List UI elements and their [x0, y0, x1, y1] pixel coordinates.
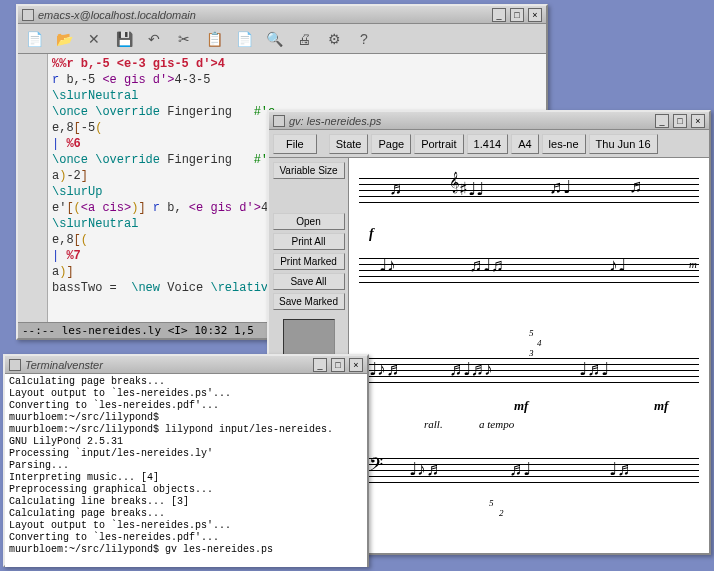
notes-icon: ♩♪ — [379, 254, 396, 276]
terminal-line: muurbloem:~/src/lilypond$ lilypond input… — [9, 424, 363, 436]
kill-buffer-icon[interactable]: ✕ — [84, 29, 104, 49]
terminal-line: Processing `input/les-nereides.ly' — [9, 448, 363, 460]
code-line: %%r b,-5 <e-3 gis-5 d'>4 — [52, 56, 544, 72]
terminal-line: Calculating page breaks... — [9, 508, 363, 520]
new-file-icon[interactable]: 📄 — [24, 29, 44, 49]
terminal-line: GNU LilyPond 2.5.31 — [9, 436, 363, 448]
minimize-button[interactable]: _ — [313, 358, 327, 372]
terminal-line: Parsing... — [9, 460, 363, 472]
notes-icon: ♬♩♬♪ — [449, 358, 493, 380]
notes-icon: ♬♩ — [549, 176, 571, 198]
page-thumbnail[interactable] — [283, 319, 335, 355]
maximize-button[interactable]: □ — [331, 358, 345, 372]
paper-button[interactable]: A4 — [511, 134, 538, 154]
notes-icon: ♪♩ — [609, 254, 626, 276]
state-button[interactable]: State — [329, 134, 369, 154]
notes-icon: ♬ — [389, 178, 403, 199]
gv-titlebar[interactable]: gv: les-nereides.ps _ □ × — [269, 112, 709, 130]
preferences-icon[interactable]: ⚙ — [324, 29, 344, 49]
open-file-icon[interactable]: 📂 — [54, 29, 74, 49]
terminal-output[interactable]: Calculating page breaks...Layout output … — [5, 374, 367, 567]
help-icon[interactable]: ? — [354, 29, 374, 49]
gv-toolbar: File State Page Portrait 1.414 A4 les-ne… — [269, 130, 709, 158]
close-button[interactable]: × — [528, 8, 542, 22]
window-menu-icon[interactable] — [22, 9, 34, 21]
notes-icon: ♬ — [629, 176, 643, 197]
dynamic-mf: mf — [654, 398, 668, 414]
fingering-2: 2 — [499, 508, 504, 518]
close-button[interactable]: × — [691, 114, 705, 128]
file-menu-button[interactable]: File — [273, 134, 317, 154]
fingering-4: 4 — [537, 338, 542, 348]
maximize-button[interactable]: □ — [510, 8, 524, 22]
copy-icon[interactable]: 📋 — [204, 29, 224, 49]
music-score: ♬ 𝄞 ♯♩♩ ♬♩ ♬ f ♩♪ ♬♩♬ ♪♩ m — [349, 158, 709, 553]
notes-icon: ♩♬ — [609, 458, 631, 480]
tempo-atempo: a tempo — [479, 418, 514, 430]
terminal-window: Terminalvenster _ □ × Calculating page b… — [3, 354, 369, 567]
notes-icon: ♩♬♩ — [579, 358, 609, 380]
code-line: r b,-5 <e gis d'>4-3-5 — [52, 72, 544, 88]
terminal-line: Converting to `les-nereides.pdf'... — [9, 532, 363, 544]
dynamic-f: f — [369, 226, 374, 242]
cut-icon[interactable]: ✂ — [174, 29, 194, 49]
print-marked-button[interactable]: Print Marked — [273, 253, 345, 270]
fingering-5: 5 — [529, 328, 534, 338]
paste-icon[interactable]: 📄 — [234, 29, 254, 49]
terminal-title: Terminalvenster — [25, 359, 309, 371]
gv-title: gv: les-nereides.ps — [289, 115, 651, 127]
variable-size-button[interactable]: Variable Size — [273, 162, 345, 179]
zoom-button[interactable]: 1.414 — [467, 134, 509, 154]
page-button[interactable]: Page — [371, 134, 411, 154]
orientation-button[interactable]: Portrait — [414, 134, 463, 154]
terminal-line: Converting to `les-nereides.pdf'... — [9, 400, 363, 412]
emacs-titlebar[interactable]: emacs-x@localhost.localdomain _ □ × — [18, 6, 546, 24]
terminal-line: Layout output to `les-nereides.ps'... — [9, 388, 363, 400]
notes-icon: ♩♪♬ — [369, 358, 400, 380]
date-label: Thu Jun 16 — [589, 134, 658, 154]
terminal-line: Interpreting music... [4] — [9, 472, 363, 484]
minimize-button[interactable]: _ — [492, 8, 506, 22]
tempo-rall: rall. — [424, 418, 443, 430]
undo-icon[interactable]: ↶ — [144, 29, 164, 49]
print-all-button[interactable]: Print All — [273, 233, 345, 250]
terminal-line: muurbloem:~/src/lilypond$ gv les-nereide… — [9, 544, 363, 556]
emacs-title: emacs-x@localhost.localdomain — [38, 9, 488, 21]
open-button[interactable]: Open — [273, 213, 345, 230]
terminal-line: Preprocessing graphical objects... — [9, 484, 363, 496]
terminal-titlebar[interactable]: Terminalvenster _ □ × — [5, 356, 367, 374]
save-marked-button[interactable]: Save Marked — [273, 293, 345, 310]
window-menu-icon[interactable] — [273, 115, 285, 127]
print-icon[interactable]: 🖨 — [294, 29, 314, 49]
score-canvas[interactable]: ♬ 𝄞 ♯♩♩ ♬♩ ♬ f ♩♪ ♬♩♬ ♪♩ m — [349, 158, 709, 553]
terminal-line: muurbloem:~/src/lilypond$ — [9, 412, 363, 424]
notes-icon: ♬♩ — [509, 458, 531, 480]
terminal-line: Calculating page breaks... — [9, 376, 363, 388]
terminal-line: Calculating line breaks... [3] — [9, 496, 363, 508]
code-line: \slurNeutral — [52, 88, 544, 104]
fingering-5: 5 — [489, 498, 494, 508]
notes-icon: ♬♩♬ — [469, 254, 504, 276]
bass-clef-icon: 𝄢 — [369, 454, 383, 480]
maximize-button[interactable]: □ — [673, 114, 687, 128]
marking-m: m — [689, 258, 697, 270]
close-button[interactable]: × — [349, 358, 363, 372]
emacs-toolbar: 📄 📂 ✕ 💾 ↶ ✂ 📋 📄 🔍 🖨 ⚙ ? — [18, 24, 546, 54]
search-icon[interactable]: 🔍 — [264, 29, 284, 49]
terminal-line: Layout output to `les-nereides.ps'... — [9, 520, 363, 532]
save-all-button[interactable]: Save All — [273, 273, 345, 290]
minimize-button[interactable]: _ — [655, 114, 669, 128]
notes-icon: ♩♪♬ — [409, 458, 440, 480]
notes-icon: ♯♩♩ — [459, 178, 484, 200]
editor-gutter — [18, 54, 48, 322]
fingering-3: 3 — [529, 348, 534, 358]
window-menu-icon[interactable] — [9, 359, 21, 371]
document-button[interactable]: les-ne — [542, 134, 586, 154]
save-icon[interactable]: 💾 — [114, 29, 134, 49]
dynamic-mf: mf — [514, 398, 528, 414]
